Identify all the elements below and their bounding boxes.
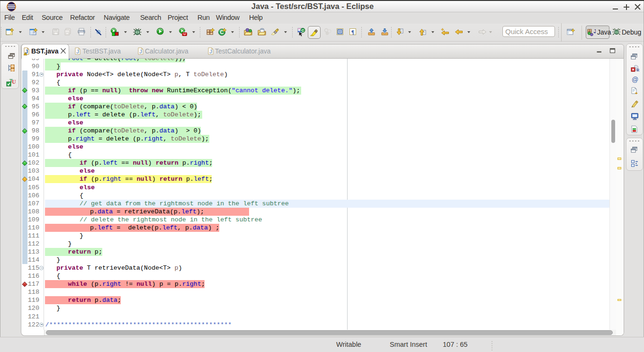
svg-text:R: R: [636, 68, 639, 72]
svg-text:J: J: [209, 49, 212, 54]
svg-text:¶: ¶: [351, 29, 354, 35]
svg-text:J: J: [139, 49, 142, 54]
svg-text:C: C: [302, 28, 304, 33]
svg-text:J: J: [76, 49, 79, 54]
svg-text:@: @: [632, 76, 638, 83]
svg-text:U: U: [12, 79, 16, 85]
svg-text:J: J: [594, 28, 596, 34]
